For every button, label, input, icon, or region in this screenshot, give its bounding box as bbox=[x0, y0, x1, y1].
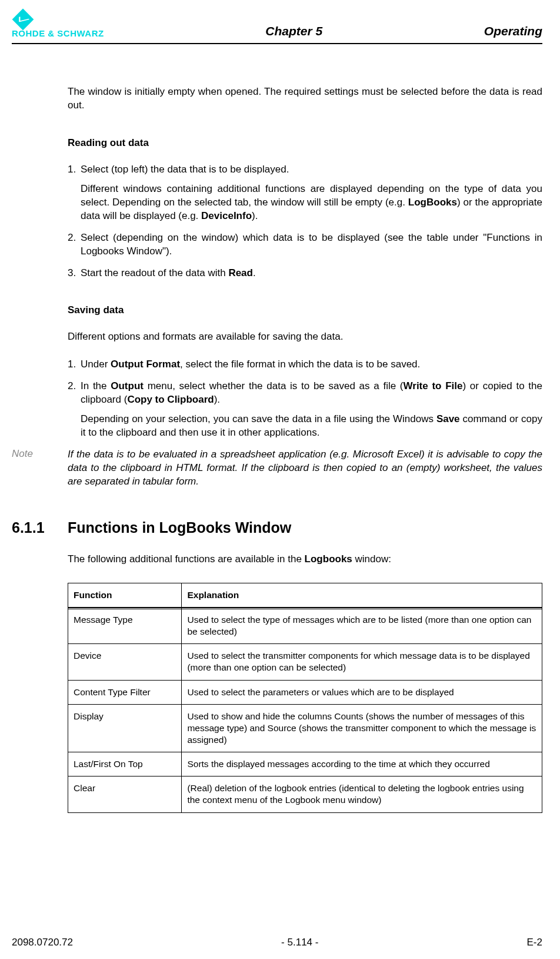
cell-function: Device bbox=[68, 644, 182, 680]
column-header-explanation: Explanation bbox=[182, 583, 542, 607]
text: Under bbox=[81, 359, 111, 370]
step-text: Select (top left) the data that is to be… bbox=[81, 164, 289, 175]
cell-explanation: (Real) deletion of the logbook entries (… bbox=[182, 777, 542, 812]
reading-steps: Select (top left) the data that is to be… bbox=[68, 163, 542, 280]
cell-function: Last/First On Top bbox=[68, 752, 182, 777]
list-item: Start the readout of the data with Read. bbox=[68, 267, 542, 280]
footer-right: E-2 bbox=[527, 937, 542, 948]
cell-explanation: Sorts the displayed messages according t… bbox=[182, 752, 542, 777]
cell-function: Content Type Filter bbox=[68, 680, 182, 704]
cell-explanation: Used to select the type of messages whic… bbox=[182, 608, 542, 643]
text: The following additional functions are a… bbox=[68, 553, 305, 565]
bold-text: Copy to Clipboard bbox=[127, 394, 214, 405]
footer-left: 2098.0720.72 bbox=[12, 937, 73, 948]
bold-text: Save bbox=[436, 413, 460, 424]
note-text: If the data is to be evaluated in a spre… bbox=[68, 448, 542, 489]
bold-text: LogBooks bbox=[408, 197, 457, 208]
table-row: DisplayUsed to show and hide the columns… bbox=[68, 704, 542, 752]
text: menu, select whether the data is to be s… bbox=[144, 380, 404, 391]
subsection-heading: 6.1.1 Functions in LogBooks Window bbox=[12, 519, 542, 536]
text: Depending on your selection, you can sav… bbox=[81, 413, 436, 424]
functions-table: Function Explanation Message TypeUsed to… bbox=[68, 583, 542, 813]
saving-intro: Different options and formats are availa… bbox=[68, 330, 542, 344]
table-row: Clear(Real) deletion of the logbook entr… bbox=[68, 777, 542, 812]
text: Start the readout of the data with bbox=[81, 267, 228, 278]
cell-explanation: Used to select the transmitter component… bbox=[182, 644, 542, 680]
cell-function: Clear bbox=[68, 777, 182, 812]
column-header-function: Function bbox=[68, 583, 182, 607]
bold-text: Output Format bbox=[111, 359, 180, 370]
cell-function: Display bbox=[68, 704, 182, 752]
table-row: DeviceUsed to select the transmitter com… bbox=[68, 644, 542, 680]
note-block: Note If the data is to be evaluated in a… bbox=[12, 448, 542, 489]
table-header-row: Function Explanation bbox=[68, 583, 542, 607]
table-row: Content Type FilterUsed to select the pa… bbox=[68, 680, 542, 704]
table-row: Message TypeUsed to select the type of m… bbox=[68, 608, 542, 643]
bold-text: DeviceInfo bbox=[201, 210, 252, 221]
intro-paragraph: The window is initially empty when opene… bbox=[68, 85, 542, 112]
reading-heading: Reading out data bbox=[68, 137, 542, 149]
text: ). bbox=[214, 394, 220, 405]
text: , select the file format in which the da… bbox=[180, 359, 420, 370]
subsection-intro: The following additional functions are a… bbox=[68, 553, 542, 566]
table-row: Last/First On TopSorts the displayed mes… bbox=[68, 752, 542, 777]
page-header: ROHDE & SCHWARZ Chapter 5 Operating bbox=[12, 12, 542, 44]
cell-explanation: Used to select the parameters or values … bbox=[182, 680, 542, 704]
page-footer: 2098.0720.72 - 5.114 - E-2 bbox=[12, 937, 542, 948]
text: . bbox=[253, 267, 256, 278]
saving-heading: Saving data bbox=[68, 304, 542, 316]
step-subtext: Different windows containing additional … bbox=[81, 182, 542, 223]
text: window: bbox=[352, 553, 391, 565]
cell-explanation: Used to show and hide the columns Counts… bbox=[182, 704, 542, 752]
bold-text: Output bbox=[111, 380, 144, 391]
step-text: Select (depending on the window) which d… bbox=[81, 232, 542, 257]
text: In the bbox=[81, 380, 111, 391]
footer-center: - 5.114 - bbox=[281, 937, 318, 948]
list-item: Select (depending on the window) which d… bbox=[68, 231, 542, 258]
bold-text: Logbooks bbox=[305, 553, 352, 565]
cell-function: Message Type bbox=[68, 608, 182, 643]
page-title: Operating bbox=[484, 24, 542, 38]
bold-text: Read bbox=[228, 267, 253, 278]
bold-text: Write to File bbox=[404, 380, 463, 391]
page-content: The window is initially empty when opene… bbox=[68, 85, 542, 813]
text: ). bbox=[252, 210, 258, 221]
step-subtext: Depending on your selection, you can sav… bbox=[81, 413, 542, 440]
diamond-icon bbox=[12, 9, 34, 31]
list-item: Select (top left) the data that is to be… bbox=[68, 163, 542, 223]
brand-logo: ROHDE & SCHWARZ bbox=[12, 12, 104, 38]
note-label: Note bbox=[12, 448, 68, 489]
saving-steps: Under Output Format, select the file for… bbox=[68, 358, 542, 440]
subsection-number: 6.1.1 bbox=[12, 519, 68, 536]
subsection-title: Functions in LogBooks Window bbox=[68, 519, 291, 536]
brand-text: ROHDE & SCHWARZ bbox=[12, 28, 104, 38]
list-item: Under Output Format, select the file for… bbox=[68, 358, 542, 371]
chapter-label: Chapter 5 bbox=[265, 24, 322, 38]
list-item: In the Output menu, select whether the d… bbox=[68, 380, 542, 440]
